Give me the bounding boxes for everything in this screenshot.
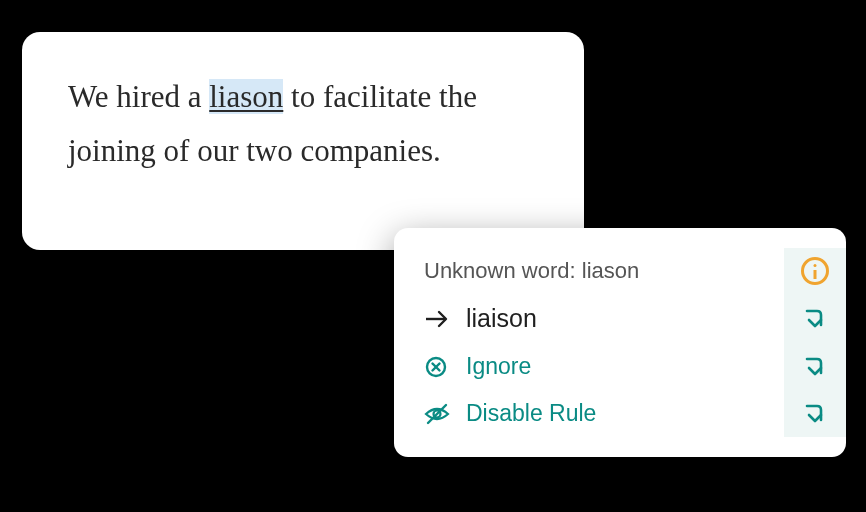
disable-label: Disable Rule [466, 400, 822, 427]
disable-rule-row[interactable]: Disable Rule [394, 390, 846, 437]
x-circle-icon [424, 355, 458, 379]
editor-text: We hired a liason to facilitate the join… [68, 70, 538, 179]
suggestion-header: Unknown word: liason [424, 258, 822, 284]
header-prefix: Unknown word: [424, 258, 582, 283]
apply-gutter[interactable] [784, 294, 846, 343]
eye-off-icon [424, 403, 458, 425]
disable-gutter[interactable] [784, 390, 846, 437]
info-icon [801, 257, 829, 285]
suggestion-correction-row[interactable]: liaison [394, 294, 846, 343]
ignore-row[interactable]: Ignore [394, 343, 846, 390]
svg-line-5 [428, 405, 446, 423]
editor-card: We hired a liason to facilitate the join… [22, 32, 584, 250]
info-gutter[interactable] [784, 248, 846, 294]
text-before: We hired a [68, 79, 209, 114]
suggestion-popover: Unknown word: liason liaison [394, 228, 846, 457]
correction-text: liaison [466, 304, 822, 333]
suggestion-header-row: Unknown word: liason [394, 248, 846, 294]
apply-icon [803, 355, 827, 379]
ignore-gutter[interactable] [784, 343, 846, 390]
ignore-label: Ignore [466, 353, 822, 380]
apply-icon [803, 402, 827, 426]
apply-icon [803, 307, 827, 331]
flagged-word[interactable]: liason [209, 79, 283, 114]
header-word: liason [582, 258, 639, 283]
arrow-right-icon [424, 309, 458, 329]
